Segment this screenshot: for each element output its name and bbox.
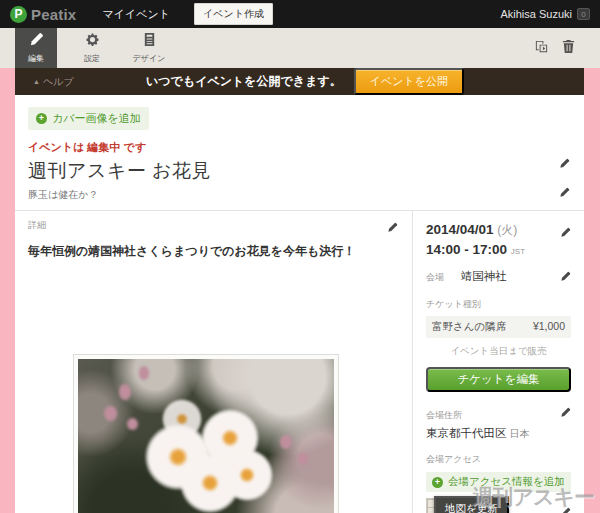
event-date[interactable]: 2014/04/01 (火) <box>426 222 571 239</box>
details-label: 詳細 <box>28 219 46 232</box>
tab-settings[interactable]: 設定 <box>71 28 113 68</box>
event-photo-frame <box>73 354 339 513</box>
event-time[interactable]: 14:00 - 17:00 JST <box>426 242 571 257</box>
blossom-flower <box>221 449 273 501</box>
event-subtitle[interactable]: 豚玉は健在か？ <box>28 188 570 210</box>
event-description[interactable]: 毎年恒例の靖国神社さくらまつりでのお花見を今年も決行！ <box>28 243 398 260</box>
event-header: + カバー画像を追加 イベントは 編集中 です 週刊アスキー お花見 豚玉は健在… <box>15 95 584 210</box>
content-columns: 詳細 毎年恒例の靖国神社さくらまつりでのお花見を今年も決行！ <box>15 210 584 513</box>
triangle-up-icon: ▲ <box>33 78 40 85</box>
add-cover-image-button[interactable]: + カバー画像を追加 <box>28 107 149 130</box>
plus-icon: + <box>36 113 47 124</box>
edit-venue-pencil-icon[interactable] <box>560 271 571 284</box>
notification-badge: 0 <box>577 8 590 20</box>
help-label: ヘルプ <box>43 75 74 89</box>
pencil-icon <box>29 32 44 51</box>
edit-address-pencil-icon[interactable] <box>560 404 571 422</box>
event-photo <box>78 359 334 513</box>
venue-label: 会場 <box>426 272 444 282</box>
plus-icon: + <box>432 477 443 488</box>
add-cover-label: カバー画像を追加 <box>52 111 141 126</box>
ticket-price: ¥1,000 <box>533 320 565 334</box>
status-value: 編集中 <box>87 141 120 153</box>
blossom-bud <box>139 366 149 380</box>
publish-message: いつでもイベントを公開できます。 <box>146 73 342 90</box>
tab-design-label: デザイン <box>133 53 166 64</box>
weekly-ascii-watermark: 週刊アスキー <box>473 483 594 511</box>
venue-address: 東京都千代田区 日本 <box>426 426 571 441</box>
address-label: 会場住所 <box>426 410 462 420</box>
peatix-logo-text: Peatix <box>31 6 76 23</box>
editor-toolbar: 編集 設定 デザイン <box>0 28 600 68</box>
edit-title-pencil-icon[interactable] <box>559 155 570 173</box>
publish-bar: ▲ ヘルプ いつでもイベントを公開できます。 イベントを公開 <box>15 68 584 95</box>
edit-tickets-button[interactable]: チケットを編集 <box>426 367 571 392</box>
tab-settings-label: 設定 <box>84 53 100 64</box>
gear-icon <box>85 32 100 51</box>
edit-date-pencil-icon[interactable] <box>560 224 571 242</box>
publish-event-button[interactable]: イベントを公開 <box>354 68 464 95</box>
blossom-bud <box>298 453 308 465</box>
edit-description-pencil-icon[interactable] <box>387 219 398 237</box>
user-name: Akihisa Suzuki <box>500 8 572 20</box>
blossom-flower <box>162 399 202 439</box>
address-block: 会場住所 <box>426 404 571 422</box>
blossom-bud <box>119 384 131 400</box>
event-title[interactable]: 週刊アスキー お花見 <box>28 158 570 184</box>
timezone: JST <box>511 247 525 256</box>
venue-country: 日本 <box>510 428 530 439</box>
create-event-button[interactable]: イベント作成 <box>194 3 273 25</box>
trash-icon[interactable] <box>561 39 576 58</box>
duplicate-icon[interactable] <box>534 39 549 58</box>
tab-edit[interactable]: 編集 <box>15 28 57 68</box>
day-of-week: (火) <box>497 223 517 237</box>
peatix-logo-icon: P <box>10 6 27 23</box>
event-status: イベントは 編集中 です <box>28 140 570 155</box>
blossom-bud <box>104 406 117 421</box>
description-column: 詳細 毎年恒例の靖国神社さくらまつりでのお花見を今年も決行！ <box>15 211 412 513</box>
event-details-sidebar: 2014/04/01 (火) 14:00 - 17:00 JST 会場 靖国神社… <box>412 210 584 513</box>
design-icon <box>142 32 157 51</box>
toolbar-actions <box>534 28 600 68</box>
header-edit-icons <box>559 155 570 202</box>
date-time-block: 2014/04/01 (火) 14:00 - 17:00 JST <box>426 222 571 257</box>
venue-block: 会場 靖国神社 <box>426 269 571 284</box>
sales-period-note: イベント当日まで販売 <box>426 345 571 358</box>
ticket-name: 富野さんの隣席 <box>432 320 506 334</box>
blossom-bud <box>127 418 138 430</box>
tab-edit-label: 編集 <box>28 53 44 64</box>
peatix-logo[interactable]: P Peatix <box>10 6 76 23</box>
help-link[interactable]: ▲ ヘルプ <box>33 75 74 89</box>
access-label: 会場アクセス <box>426 453 571 466</box>
ticket-row: 富野さんの隣席 ¥1,000 <box>426 316 571 338</box>
edit-subtitle-pencil-icon[interactable] <box>559 184 570 202</box>
user-menu[interactable]: Akihisa Suzuki 0 <box>500 8 590 20</box>
peatix-event-editor: P Peatix マイイベント イベント作成 Akihisa Suzuki 0 … <box>0 0 600 513</box>
nav-my-events[interactable]: マイイベント <box>102 7 170 22</box>
blossom-bud <box>280 435 292 449</box>
tab-design[interactable]: デザイン <box>123 28 175 68</box>
top-navigation-bar: P Peatix マイイベント イベント作成 Akihisa Suzuki 0 <box>0 0 600 28</box>
event-editor-main: + カバー画像を追加 イベントは 編集中 です 週刊アスキー お花見 豚玉は健在… <box>15 95 584 513</box>
venue-name[interactable]: 靖国神社 <box>461 270 507 282</box>
ticket-type-label: チケット種別 <box>426 298 571 311</box>
